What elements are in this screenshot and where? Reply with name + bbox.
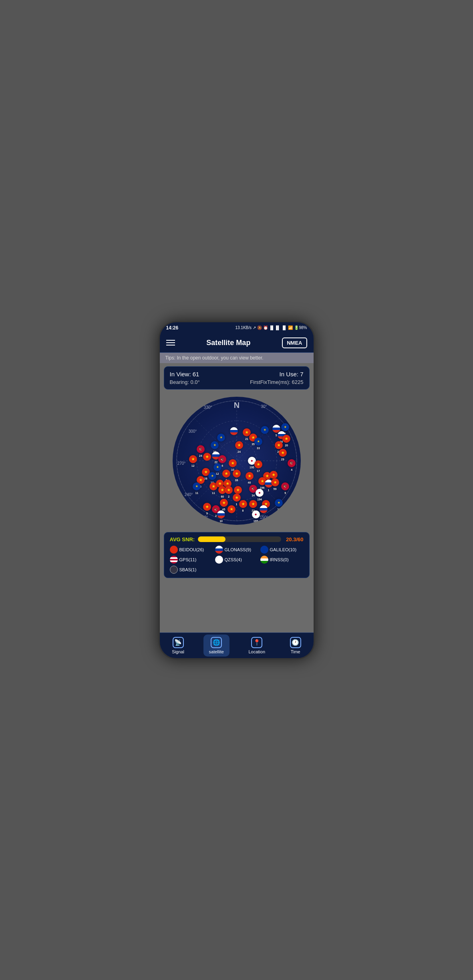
legend-item-eu: GALILEO(10): [260, 546, 304, 554]
satellite-dot[interactable]: ★13: [234, 486, 242, 494]
network-speed: 13.1KB/s: [235, 325, 252, 330]
satellite-dot[interactable]: ★59: [271, 478, 279, 486]
tips-bar: Tips: In the open outdoor, you can view …: [160, 353, 314, 363]
satellite-dot[interactable]: ★12: [189, 455, 197, 463]
radar-container: N 30° 90° 150° 210° 240° 270° 300° 330° …: [160, 393, 314, 529]
satellite-dot[interactable]: ★4: [270, 471, 278, 479]
legend-item-in: IRNSS(0): [260, 556, 304, 564]
tips-text: Tips: In the open outdoor, you can view …: [165, 355, 264, 361]
satellite-dot[interactable]: ★24: [235, 441, 243, 449]
satellite-dot[interactable]: 🦅24: [197, 445, 205, 453]
snr-bar: [198, 536, 225, 542]
status-bar: 14:26 13.1KB/s ↗ 🔕 ⏰ ▐▌▐▌ ▐▌ 📶 🔋98%: [160, 322, 314, 333]
satellite-dot[interactable]: ★33: [254, 438, 262, 446]
nav-time-label: Time: [291, 649, 300, 654]
satellite-dot[interactable]: 10: [217, 510, 225, 518]
phone-frame: 14:26 13.1KB/s ↗ 🔕 ⏰ ▐▌▐▌ ▐▌ 📶 🔋98% Sate…: [159, 321, 315, 659]
stats-panel: In View: 61 In Use: 7 Bearing: 0.0° Firs…: [164, 366, 310, 390]
legend-grid: BEIDOU(26)GLONASS(9)GALILEO(10)GPS(11)QZ…: [170, 546, 304, 574]
satellite-dot[interactable]: ★45: [220, 499, 228, 507]
satellite-dot[interactable]: ●194: [256, 489, 264, 497]
nav-signal-label: Signal: [172, 649, 184, 654]
satellite-dot[interactable]: [260, 505, 268, 513]
nav-signal[interactable]: 📡 Signal: [166, 635, 190, 657]
satellite-dot[interactable]: ★22: [249, 500, 257, 508]
satellite-dot[interactable]: ★40: [246, 472, 254, 480]
satellite-dot[interactable]: ★11: [193, 482, 201, 490]
satellite-dot[interactable]: 🦅9: [281, 482, 289, 490]
satellite-dot[interactable]: ★24: [211, 441, 219, 449]
nav-location[interactable]: 📍 Location: [243, 635, 271, 657]
satellite-dot[interactable]: ★29: [279, 449, 287, 457]
satellite-dot[interactable]: ★: [203, 453, 211, 461]
nav-satellite-label: satellite: [209, 649, 224, 654]
battery: 🔋98%: [294, 325, 307, 330]
in-view: In View: 61: [170, 371, 199, 378]
satellite-dot[interactable]: ★20: [282, 435, 290, 443]
satellite-dot[interactable]: ★20: [275, 441, 283, 449]
time-icon: 🕐: [290, 637, 301, 648]
nav-time[interactable]: 🕐 Time: [284, 635, 307, 657]
snr-value: 20.3/60: [284, 536, 304, 542]
snr-bar-container: [198, 536, 281, 542]
satellite-dot[interactable]: [230, 427, 238, 435]
satellite-dot[interactable]: ★9: [203, 503, 211, 511]
bearing: Bearing: 0.0°: [170, 379, 200, 385]
satellite-dot[interactable]: ★17: [254, 460, 262, 468]
nav-bar: 📡 Signal 🌐 satellite 📍 Location 🕐 Time: [160, 633, 314, 658]
satellite-dot[interactable]: ★7: [281, 423, 289, 431]
satellite-dot[interactable]: 🦅4: [288, 459, 296, 467]
satellite-icon: 🌐: [211, 637, 222, 648]
signal-icon: 📡: [173, 637, 184, 648]
satellite-radar: N 30° 90° 150° 210° 240° 270° 300° 330° …: [173, 397, 301, 525]
menu-button[interactable]: [166, 340, 175, 345]
satellite-dot[interactable]: ★: [227, 505, 235, 513]
satellite-dot[interactable]: 🦅6: [218, 455, 226, 463]
first-fix-time: FirstFixTime(ms): 6225: [250, 379, 303, 385]
satellite-dot[interactable]: ★10: [229, 459, 237, 467]
bottom-panel: AVG SNR: 20.3/60 BEIDOU(26)GLONASS(9)GAL…: [164, 532, 310, 578]
nav-location-label: Location: [248, 649, 265, 654]
satellite-dot[interactable]: ★12: [213, 463, 221, 471]
legend-item-jp: QZSS(4): [215, 556, 258, 564]
status-time: 14:26: [166, 325, 179, 331]
nav-satellite[interactable]: 🌐 satellite: [203, 635, 229, 657]
satellite-dot[interactable]: ★2: [225, 486, 233, 494]
legend-item-sbas: SBAS(1): [170, 566, 213, 574]
satellite-dot[interactable]: ★10: [208, 472, 216, 480]
satellite-dot[interactable]: ★: [217, 434, 225, 442]
main-content: Tips: In the open outdoor, you can view …: [160, 353, 314, 633]
status-right: 13.1KB/s ↗ 🔕 ⏰ ▐▌▐▌ ▐▌ 📶 🔋98%: [235, 325, 307, 330]
satellite-dot[interactable]: ★: [261, 426, 269, 434]
location-icon: 📍: [251, 637, 262, 648]
snr-label: AVG SNR:: [170, 536, 195, 542]
in-use: In Use: 7: [279, 371, 303, 378]
satellite-dot[interactable]: ●199: [252, 510, 260, 518]
legend-item-cn: BEIDOU(26): [170, 546, 213, 554]
satellite-dot[interactable]: ★38: [233, 470, 241, 478]
legend-item-us: GPS(11): [170, 556, 213, 564]
app-header: Satellite Map NMEA: [160, 333, 314, 353]
satellite-dot[interactable]: ★19: [275, 499, 283, 507]
signal-icons: ↗ 🔕 ⏰ ▐▌▐▌ ▐▌ 📶: [253, 325, 293, 330]
satellite-dot[interactable]: ★8: [239, 500, 247, 508]
page-title: Satellite Map: [206, 339, 250, 347]
nmea-button[interactable]: NMEA: [282, 337, 307, 348]
satellite-dot[interactable]: ★7: [222, 470, 230, 478]
snr-row: AVG SNR: 20.3/60: [170, 536, 304, 542]
legend-item-ru: GLONASS(9): [215, 546, 258, 554]
